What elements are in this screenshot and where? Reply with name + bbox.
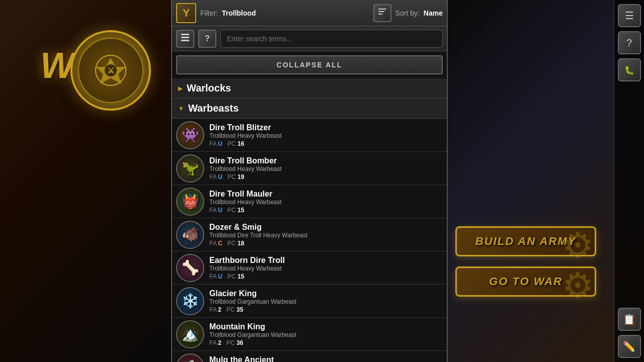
- section-warlocks[interactable]: ▶ Warlocks: [172, 78, 447, 99]
- list-item[interactable]: ❄️ Glacier King Trollblood Gargantuan Wa…: [172, 285, 447, 318]
- clipboard-button[interactable]: 📋: [618, 308, 641, 331]
- build-button-label: BUILD AN ARMY: [475, 235, 576, 248]
- svg-rect-8: [181, 37, 189, 38]
- fa-label: FA: [209, 273, 218, 280]
- item-stats: FA U PC 16: [209, 140, 443, 147]
- clipboard-icon: 📋: [623, 313, 635, 325]
- circle-emblem: ⚔: [70, 30, 151, 111]
- creature-icon: 👹: [182, 193, 199, 210]
- main-panel: Y Filter: Trollblood Sort by: Name: [171, 0, 448, 362]
- item-info: Dire Troll Blitzer Trollblood Heavy Warb…: [209, 123, 443, 147]
- sort-label: Sort by:: [395, 9, 420, 17]
- item-avatar: 👾: [176, 121, 204, 149]
- item-avatar: 👹: [176, 188, 204, 216]
- item-subtitle: Trollblood Heavy Warbeast: [209, 265, 443, 272]
- pc-value: 36: [236, 339, 243, 346]
- sort-button[interactable]: [373, 4, 391, 22]
- svg-rect-9: [181, 40, 189, 41]
- item-subtitle: Trollblood Dire Troll Heavy Warbeast: [209, 232, 443, 239]
- item-subtitle: Trollblood Gargantuan Warbeast: [209, 298, 443, 305]
- svg-rect-5: [378, 11, 384, 12]
- list-item[interactable]: 👹 Dire Troll Mauler Trollblood Heavy War…: [172, 185, 447, 218]
- list-item[interactable]: 🪨 Mulg the Ancient Trollblood Dire Troll…: [172, 351, 447, 362]
- fa-value: C: [218, 240, 222, 247]
- warbeasts-arrow: ▼: [178, 105, 184, 112]
- edit-button[interactable]: ✏️: [618, 335, 641, 358]
- fa-value: U: [218, 173, 222, 180]
- creature-icon: 🏔️: [182, 326, 199, 342]
- pc-label: PC: [227, 207, 237, 214]
- gear-icon-war: ⚙: [562, 265, 602, 305]
- list-item[interactable]: 🐗 Dozer & Smig Trollblood Dire Troll Hea…: [172, 218, 447, 251]
- pc-value: 19: [237, 173, 244, 180]
- item-name: Dire Troll Blitzer: [209, 123, 443, 132]
- pc-label: PC: [227, 140, 237, 147]
- search-input[interactable]: [220, 30, 443, 48]
- svg-text:⚔: ⚔: [107, 66, 114, 75]
- svg-rect-7: [181, 34, 189, 35]
- creature-icon: 🦖: [182, 160, 199, 176]
- list-item[interactable]: 🏔️ Mountain King Trollblood Gargantuan W…: [172, 318, 447, 351]
- pc-value: 35: [236, 306, 243, 313]
- sort-value: Name: [424, 9, 443, 17]
- go-to-war-button[interactable]: GO TO WAR ⚙: [455, 266, 596, 297]
- war-button-label: GO TO WAR: [489, 275, 562, 288]
- pc-value: 16: [237, 140, 244, 147]
- help-icon: ?: [626, 37, 632, 49]
- creature-icon: ❄️: [182, 293, 199, 309]
- fa-value: U: [218, 207, 222, 214]
- item-stats: FA U PC 15: [209, 273, 443, 280]
- fa-label: FA: [209, 306, 218, 313]
- fa-value: U: [218, 273, 222, 280]
- section-warbeasts[interactable]: ▼ Warbeasts: [172, 99, 447, 119]
- creature-icon: 🦴: [182, 259, 199, 276]
- faction-logo[interactable]: Y: [176, 3, 196, 23]
- item-subtitle: Trollblood Gargantuan Warbeast: [209, 331, 443, 338]
- help-question-button[interactable]: ?: [198, 30, 216, 48]
- item-avatar: ❄️: [176, 287, 204, 315]
- right-icon-panel: ☰ ? 🐛 📋 ✏️: [614, 0, 644, 362]
- svg-rect-4: [378, 9, 386, 10]
- item-info: Dire Troll Mauler Trollblood Heavy Warbe…: [209, 190, 443, 214]
- bg-left: WAR ⚔: [0, 0, 171, 362]
- question-icon: ?: [205, 34, 210, 43]
- pc-label: PC: [227, 173, 237, 180]
- warbeasts-list: 👾 Dire Troll Blitzer Trollblood Heavy Wa…: [172, 119, 447, 362]
- help-button[interactable]: ?: [618, 31, 641, 54]
- menu-button[interactable]: ☰: [618, 4, 641, 27]
- creature-icon: 🪨: [182, 359, 199, 362]
- pc-label: PC: [227, 273, 237, 280]
- item-stats: FA 2 PC 35: [209, 306, 443, 313]
- fa-label: FA: [209, 339, 218, 346]
- list-item[interactable]: 🦴 Earthborn Dire Troll Trollblood Heavy …: [172, 251, 447, 285]
- fa-label: FA: [209, 173, 218, 180]
- item-subtitle: Trollblood Heavy Warbeast: [209, 199, 443, 206]
- item-stats: FA 2 PC 36: [209, 339, 443, 346]
- emblem-inner: ⚔: [78, 38, 143, 103]
- pc-value: 15: [237, 273, 244, 280]
- fa-label: FA: [209, 207, 218, 214]
- action-buttons-area: BUILD AN ARMY ⚙ GO TO WAR ⚙: [455, 226, 611, 297]
- bug-button[interactable]: 🐛: [618, 58, 641, 81]
- item-stats: FA U PC 19: [209, 173, 443, 180]
- item-info: Glacier King Trollblood Gargantuan Warbe…: [209, 289, 443, 313]
- warlocks-title: Warlocks: [187, 82, 231, 94]
- list-item[interactable]: 👾 Dire Troll Blitzer Trollblood Heavy Wa…: [172, 119, 447, 152]
- item-info: Mulg the Ancient Trollblood Dire Troll H…: [209, 355, 443, 363]
- list-item[interactable]: 🦖 Dire Troll Bomber Trollblood Heavy War…: [172, 152, 447, 185]
- item-avatar: 🏔️: [176, 320, 204, 348]
- item-name: Mulg the Ancient: [209, 355, 443, 363]
- item-name: Dire Troll Bomber: [209, 156, 443, 165]
- item-info: Mountain King Trollblood Gargantuan Warb…: [209, 322, 443, 346]
- pc-value: 15: [237, 207, 244, 214]
- menu-icon: ☰: [625, 10, 634, 22]
- item-info: Earthborn Dire Troll Trollblood Heavy Wa…: [209, 256, 443, 280]
- item-info: Dozer & Smig Trollblood Dire Troll Heavy…: [209, 223, 443, 247]
- list-view-button[interactable]: [176, 30, 194, 48]
- build-an-army-button[interactable]: BUILD AN ARMY ⚙: [455, 226, 596, 256]
- list-container[interactable]: ▶ Warlocks ▼ Warbeasts 👾 Dire Troll Blit…: [172, 78, 447, 362]
- creature-icon: 🐗: [182, 226, 199, 243]
- collapse-all-button[interactable]: COLLAPSE ALL: [176, 55, 443, 74]
- list-icon: [180, 32, 190, 45]
- item-avatar: 🐗: [176, 221, 204, 249]
